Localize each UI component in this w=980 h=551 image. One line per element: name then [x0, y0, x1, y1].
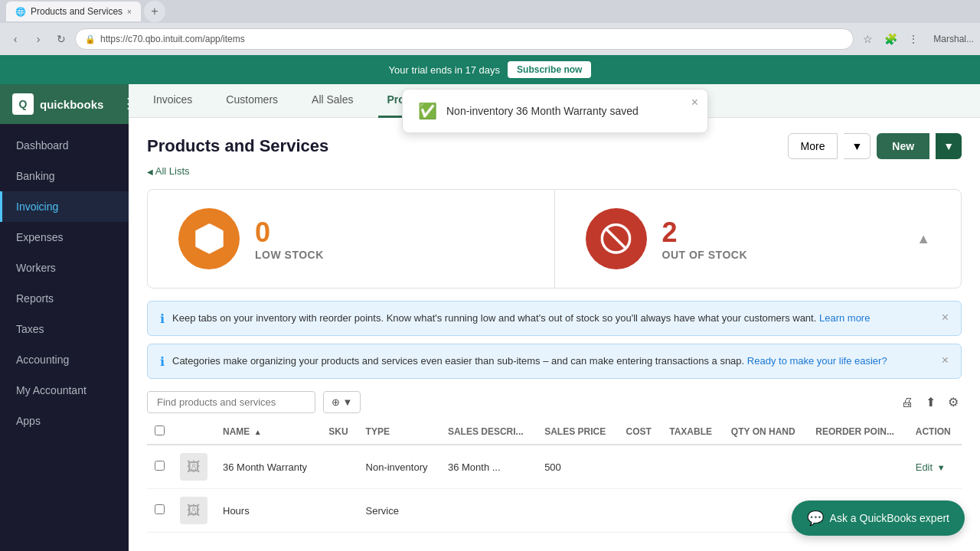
sort-arrow-name: ▲: [254, 428, 262, 436]
sidebar-item-invoicing[interactable]: Invoicing: [0, 191, 129, 222]
trial-banner: Your trial ends in 17 days Subscribe now: [0, 55, 980, 84]
info-icon-1: ℹ: [160, 311, 165, 326]
info-icon-2: ℹ: [160, 354, 165, 369]
info-banner-2: ℹ Categories make organizing your produc…: [147, 344, 962, 379]
sidebar-item-expenses[interactable]: Expenses: [0, 222, 129, 253]
new-dropdown-btn[interactable]: ▼: [936, 133, 962, 159]
quickbooks-logo: Q quickbooks: [12, 93, 103, 115]
row2-checkbox[interactable]: [147, 489, 172, 533]
page-header: Products and Services More ▼ New ▼: [147, 133, 962, 159]
qb-logo-icon: Q: [12, 93, 34, 115]
out-of-stock-icon: 🚫: [586, 208, 647, 269]
row2-cost: [619, 489, 662, 533]
row1-taxable: [662, 445, 724, 489]
col-name[interactable]: NAME ▲: [215, 419, 321, 445]
secure-icon: 🔒: [85, 34, 96, 44]
sidebar-item-reports[interactable]: Reports: [0, 283, 129, 314]
row1-cost: [619, 445, 662, 489]
sidebar-item-dashboard[interactable]: Dashboard: [0, 130, 129, 161]
print-btn[interactable]: 🖨: [898, 392, 916, 412]
col-sku[interactable]: SKU: [321, 419, 358, 445]
row1-qty: [724, 445, 808, 489]
subscribe-btn[interactable]: Subscribe now: [508, 61, 591, 78]
sidebar-item-banking[interactable]: Banking: [0, 161, 129, 191]
col-reorder[interactable]: REORDER POIN...: [808, 419, 907, 445]
row1-checkbox[interactable]: [147, 445, 172, 489]
qb-logo-text: quickbooks: [40, 98, 103, 111]
out-of-stock-card[interactable]: 🚫 2 OUT OF STOCK ▲: [555, 190, 962, 288]
expert-icon: 💬: [807, 510, 824, 527]
col-sales-desc[interactable]: SALES DESCRI...: [440, 419, 537, 445]
row1-check[interactable]: [155, 461, 165, 471]
sidebar-item-my-accountant[interactable]: My Accountant: [0, 375, 129, 406]
info-close-1[interactable]: ×: [942, 311, 949, 324]
col-checkbox: [147, 419, 172, 445]
row2-name[interactable]: Hours: [215, 489, 321, 533]
info-close-2[interactable]: ×: [942, 354, 949, 367]
sidebar-item-accounting[interactable]: Accounting: [0, 344, 129, 375]
sidebar-item-workers[interactable]: Workers: [0, 253, 129, 283]
low-stock-card[interactable]: 📦 0 LOW STOCK: [148, 190, 555, 288]
low-stock-icon: 📦: [178, 208, 240, 269]
row2-check[interactable]: [155, 504, 165, 514]
table-actions: 🖨 ⬆ ⚙: [898, 392, 962, 412]
row1-img: 🖼: [172, 445, 215, 489]
sidebar-nav: Dashboard Banking Invoicing Expenses Wor…: [0, 124, 129, 541]
more-dropdown-btn[interactable]: ▼: [844, 133, 871, 159]
ask-expert-btn[interactable]: 💬 Ask a QuickBooks expert: [792, 500, 965, 536]
menu-btn[interactable]: ⋮: [904, 30, 923, 48]
back-btn[interactable]: ‹: [6, 30, 24, 48]
info-text-1: Keep tabs on your inventory with reorder…: [172, 311, 928, 326]
tab-close-btn[interactable]: ×: [127, 8, 132, 16]
col-type[interactable]: TYPE: [358, 419, 440, 445]
low-stock-label: LOW STOCK: [255, 249, 324, 261]
row1-edit-dropdown[interactable]: ▼: [937, 463, 946, 472]
row2-sales-desc: [440, 489, 537, 533]
col-cost[interactable]: COST: [619, 419, 662, 445]
info-link-1[interactable]: Learn more: [819, 312, 870, 324]
page-title: Products and Services: [147, 136, 328, 156]
col-taxable[interactable]: TAXABLE: [662, 419, 724, 445]
col-qty[interactable]: QTY ON HAND: [724, 419, 808, 445]
new-btn[interactable]: New: [877, 133, 929, 159]
filter-btn[interactable]: ⊕ ▼: [323, 391, 361, 413]
forward-btn[interactable]: ›: [29, 30, 47, 48]
refresh-btn[interactable]: ↻: [52, 30, 70, 48]
row1-action: Edit ▼: [908, 445, 962, 489]
extensions-btn[interactable]: 🧩: [881, 30, 900, 48]
table-row: 🖼 36 Month Warranty Non-inventory 36 Mon…: [147, 445, 962, 489]
sidebar-item-apps[interactable]: Apps: [0, 406, 129, 436]
toast-overlay: ✅ Non-inventory 36 Month Warranty saved …: [130, 89, 980, 133]
info-link-2[interactable]: Ready to make your life easier?: [747, 355, 887, 367]
out-of-stock-info: 2 OUT OF STOCK: [662, 217, 748, 261]
row1-name[interactable]: 36 Month Warranty: [215, 445, 321, 489]
row1-edit-btn[interactable]: Edit: [916, 461, 933, 473]
row1-type: Non-inventory: [358, 445, 440, 489]
header-actions: More ▼ New ▼: [788, 133, 962, 159]
main-content: Invoices Customers All Sales Products an…: [129, 84, 980, 551]
search-input[interactable]: [147, 391, 315, 413]
bookmark-btn[interactable]: ☆: [858, 30, 877, 48]
trial-message: Your trial ends in 17 days: [389, 64, 501, 76]
export-btn[interactable]: ⬆: [923, 392, 939, 412]
sidebar-item-taxes[interactable]: Taxes: [0, 314, 129, 344]
settings-btn[interactable]: ⚙: [945, 392, 962, 412]
select-all-checkbox[interactable]: [155, 425, 165, 435]
toast-close-btn[interactable]: ×: [691, 96, 698, 109]
product-image-2: 🖼: [180, 497, 207, 524]
row1-sku: [321, 445, 358, 489]
browser-nav: ‹ › ↻ 🔒 https://c70.qbo.intuit.com/app/i…: [0, 23, 980, 55]
browser-tab[interactable]: 🌐 Products and Services ×: [6, 2, 141, 21]
row1-reorder: [808, 445, 907, 489]
collapse-icon[interactable]: ▲: [916, 231, 930, 247]
col-sales-price[interactable]: SALES PRICE: [537, 419, 618, 445]
more-btn[interactable]: More: [788, 133, 838, 159]
row2-taxable: [662, 489, 724, 533]
toast-message: Non-inventory 36 Month Warranty saved: [446, 105, 639, 117]
breadcrumb[interactable]: All Lists: [147, 165, 962, 177]
out-of-stock-label: OUT OF STOCK: [662, 249, 748, 261]
user-label: Marshal...: [933, 34, 974, 44]
new-tab-btn[interactable]: +: [144, 1, 165, 22]
low-stock-info: 0 LOW STOCK: [255, 217, 324, 261]
address-bar[interactable]: 🔒 https://c70.qbo.intuit.com/app/items: [75, 28, 854, 50]
